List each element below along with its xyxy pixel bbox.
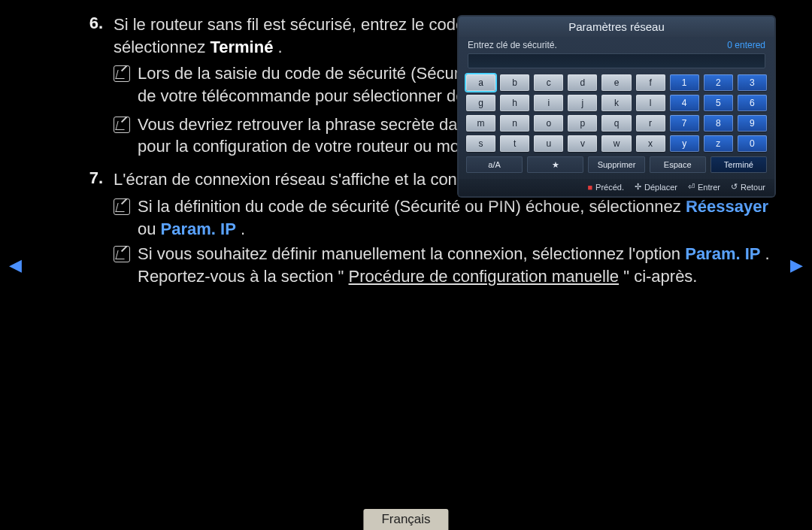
keyboard-function-row: a/A★SupprimerEspaceTerminé [466,156,767,173]
key-h[interactable]: h [500,95,529,111]
key-c[interactable]: c [534,74,563,91]
key-0[interactable]: 0 [738,135,767,152]
text-blue: Réessayer [686,197,768,216]
text-blue: Param. IP [685,244,760,263]
hint-return: Retour [741,183,765,192]
text-blue: Param. IP [161,220,236,238]
hint-move-icon: ✢ [635,182,641,192]
note-icon [114,198,130,215]
fn-key-a/a[interactable]: a/A [466,156,523,173]
key-w[interactable]: w [601,135,631,152]
key-s[interactable]: s [466,135,495,152]
key-8[interactable]: 8 [704,115,733,132]
key-l[interactable]: l [636,95,665,111]
key-d[interactable]: d [568,74,597,91]
note-icon [114,117,130,133]
prev-page-button[interactable]: ◀ [9,256,22,275]
text-bold: Terminé [210,38,273,56]
fn-key-espace[interactable]: Espace [650,156,706,173]
key-b[interactable]: b [500,74,529,91]
hint-prev-icon: ■ [587,183,592,192]
entered-count: 0 entered [727,40,765,50]
key-4[interactable]: 4 [670,95,699,111]
key-5[interactable]: 5 [704,95,733,111]
text: Si vous souhaitez définir manuellement l… [138,244,685,263]
key-k[interactable]: k [601,95,631,111]
key-2[interactable]: 2 [704,74,733,91]
key-j[interactable]: j [568,95,597,111]
note-icon [114,246,130,262]
fn-key-supprimer[interactable]: Supprimer [588,156,644,173]
text: ou [138,220,161,238]
screen-title: Paramètres réseau [459,17,774,37]
prompt-label: Entrez clé de sécurité. [468,40,557,50]
hint-prev: Précéd. [595,183,624,192]
hint-enter-icon: ⏎ [688,182,695,192]
onscreen-keyboard: abcdef123ghijkl456mnopqr789stuvwxyz0 [466,74,767,152]
key-o[interactable]: o [534,115,563,132]
note-icon [114,65,130,82]
text: " ci-après. [623,267,697,286]
text: . [278,38,283,56]
key-6[interactable]: 6 [738,95,767,111]
network-settings-screen: Paramètres réseau Entrez clé de sécurité… [459,17,774,196]
key-v[interactable]: v [568,135,597,152]
text-underline: Procédure de configuration manuelle [349,267,620,286]
step-number: 7. [64,168,114,188]
key-f[interactable]: f [636,74,665,91]
language-tab[interactable]: Français [363,509,448,530]
key-e[interactable]: e [601,74,631,91]
key-3[interactable]: 3 [738,74,767,91]
hint-move: Déplacer [644,183,677,192]
key-t[interactable]: t [500,135,529,152]
hint-enter: Entrer [698,183,720,192]
key-n[interactable]: n [500,115,529,132]
key-p[interactable]: p [568,115,597,132]
key-a[interactable]: a [466,74,495,91]
key-r[interactable]: r [636,115,665,132]
key-y[interactable]: y [670,135,699,152]
key-1[interactable]: 1 [670,74,699,91]
key-g[interactable]: g [466,95,495,111]
key-z[interactable]: z [704,135,733,152]
step-number: 6. [64,14,114,33]
key-m[interactable]: m [466,115,495,132]
text: Si la définition du code de sécurité (Sé… [138,197,686,216]
key-u[interactable]: u [534,135,563,152]
step-7-note-2: Si vous souhaitez définir manuellement l… [138,243,789,287]
key-i[interactable]: i [534,95,563,111]
key-7[interactable]: 7 [670,115,699,132]
key-9[interactable]: 9 [738,115,767,132]
remote-hints: ■Précéd. ✢Déplacer ⏎Entrer ↺Retour [459,179,774,196]
text: . [241,220,245,238]
security-key-input[interactable] [468,53,765,68]
key-x[interactable]: x [636,135,665,152]
hint-return-icon: ↺ [731,182,738,192]
step-7-note-1: Si la définition du code de sécurité (Sé… [138,195,789,240]
fn-key-★[interactable]: ★ [527,156,583,173]
key-q[interactable]: q [601,115,631,132]
fn-key-terminé[interactable]: Terminé [710,156,767,173]
next-page-button[interactable]: ▶ [790,256,803,275]
